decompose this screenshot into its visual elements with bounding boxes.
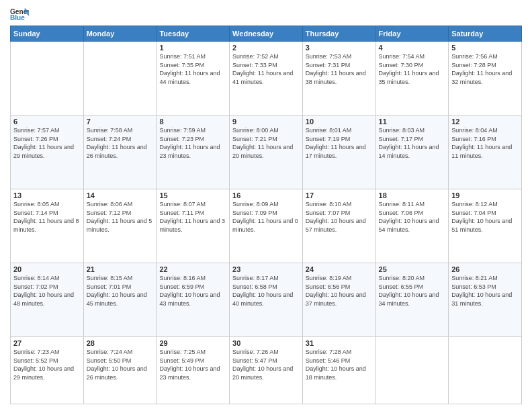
calendar-cell: 8Sunrise: 7:59 AMSunset: 7:23 PMDaylight…	[157, 116, 230, 189]
calendar-cell: 30Sunrise: 7:26 AMSunset: 5:47 PMDayligh…	[230, 337, 303, 404]
calendar-cell: 10Sunrise: 8:01 AMSunset: 7:19 PMDayligh…	[302, 116, 375, 189]
col-header-thursday: Thursday	[302, 26, 375, 42]
day-info: Sunrise: 8:07 AMSunset: 7:11 PMDaylight:…	[159, 200, 226, 234]
calendar-row: 6Sunrise: 7:57 AMSunset: 7:26 PMDaylight…	[11, 116, 522, 189]
day-number: 20	[13, 265, 81, 273]
day-number: 19	[451, 191, 519, 199]
day-number: 6	[13, 118, 81, 126]
calendar-row: 13Sunrise: 8:05 AMSunset: 7:14 PMDayligh…	[11, 189, 522, 263]
calendar-cell: 4Sunrise: 7:54 AMSunset: 7:30 PMDaylight…	[375, 42, 449, 116]
calendar-cell: 1Sunrise: 7:51 AMSunset: 7:35 PMDaylight…	[157, 42, 230, 116]
day-info: Sunrise: 7:59 AMSunset: 7:23 PMDaylight:…	[159, 126, 226, 160]
calendar-cell: 24Sunrise: 8:19 AMSunset: 6:56 PMDayligh…	[302, 263, 375, 337]
calendar-cell: 7Sunrise: 7:58 AMSunset: 7:24 PMDaylight…	[83, 116, 157, 189]
col-header-friday: Friday	[375, 26, 449, 42]
calendar-cell: 20Sunrise: 8:14 AMSunset: 7:02 PMDayligh…	[11, 263, 84, 337]
day-info: Sunrise: 8:12 AMSunset: 7:04 PMDaylight:…	[451, 200, 519, 234]
calendar-cell: 18Sunrise: 8:11 AMSunset: 7:06 PMDayligh…	[375, 189, 449, 263]
calendar-cell: 6Sunrise: 7:57 AMSunset: 7:26 PMDaylight…	[11, 116, 84, 189]
col-header-tuesday: Tuesday	[157, 26, 230, 42]
day-info: Sunrise: 8:06 AMSunset: 7:12 PMDaylight:…	[87, 200, 154, 234]
calendar-cell: 9Sunrise: 8:00 AMSunset: 7:21 PMDaylight…	[230, 116, 303, 189]
day-info: Sunrise: 7:25 AMSunset: 5:49 PMDaylight:…	[159, 348, 226, 381]
calendar-row: 20Sunrise: 8:14 AMSunset: 7:02 PMDayligh…	[11, 263, 522, 337]
day-number: 15	[159, 191, 226, 199]
day-number: 29	[159, 339, 226, 347]
day-info: Sunrise: 8:10 AMSunset: 7:07 PMDaylight:…	[306, 200, 373, 234]
day-info: Sunrise: 7:52 AMSunset: 7:33 PMDaylight:…	[232, 52, 300, 86]
calendar-cell: 26Sunrise: 8:21 AMSunset: 6:53 PMDayligh…	[449, 263, 522, 337]
day-info: Sunrise: 7:54 AMSunset: 7:30 PMDaylight:…	[379, 52, 446, 86]
logo-icon: General Blue	[10, 7, 29, 21]
calendar-cell: 2Sunrise: 7:52 AMSunset: 7:33 PMDaylight…	[230, 42, 303, 116]
calendar-cell	[375, 337, 449, 404]
calendar-cell: 22Sunrise: 8:16 AMSunset: 6:59 PMDayligh…	[157, 263, 230, 337]
col-header-wednesday: Wednesday	[230, 26, 303, 42]
header: General Blue	[10, 7, 522, 21]
calendar-row: 27Sunrise: 7:23 AMSunset: 5:52 PMDayligh…	[11, 337, 522, 404]
day-number: 23	[232, 265, 300, 273]
calendar-cell: 5Sunrise: 7:56 AMSunset: 7:28 PMDaylight…	[449, 42, 522, 116]
day-info: Sunrise: 8:19 AMSunset: 6:56 PMDaylight:…	[306, 274, 373, 308]
day-number: 11	[379, 118, 446, 126]
day-number: 7	[87, 118, 154, 126]
calendar-cell: 15Sunrise: 8:07 AMSunset: 7:11 PMDayligh…	[157, 189, 230, 263]
day-info: Sunrise: 7:58 AMSunset: 7:24 PMDaylight:…	[87, 126, 154, 160]
col-header-saturday: Saturday	[449, 26, 522, 42]
calendar-cell	[11, 42, 84, 116]
calendar-cell: 21Sunrise: 8:15 AMSunset: 7:01 PMDayligh…	[83, 263, 157, 337]
day-info: Sunrise: 8:03 AMSunset: 7:17 PMDaylight:…	[379, 126, 446, 160]
day-info: Sunrise: 7:24 AMSunset: 5:50 PMDaylight:…	[87, 348, 154, 381]
day-number: 9	[232, 118, 300, 126]
day-number: 1	[159, 44, 226, 52]
day-number: 22	[159, 265, 226, 273]
day-number: 10	[306, 118, 373, 126]
day-number: 24	[306, 265, 373, 273]
calendar-cell: 17Sunrise: 8:10 AMSunset: 7:07 PMDayligh…	[302, 189, 375, 263]
day-number: 27	[13, 339, 81, 347]
calendar-cell	[449, 337, 522, 404]
col-header-monday: Monday	[83, 26, 157, 42]
calendar-cell: 31Sunrise: 7:28 AMSunset: 5:46 PMDayligh…	[302, 337, 375, 404]
calendar-cell: 29Sunrise: 7:25 AMSunset: 5:49 PMDayligh…	[157, 337, 230, 404]
day-info: Sunrise: 8:21 AMSunset: 6:53 PMDaylight:…	[451, 274, 519, 308]
svg-text:Blue: Blue	[10, 14, 25, 21]
day-number: 14	[87, 191, 154, 199]
day-info: Sunrise: 8:20 AMSunset: 6:55 PMDaylight:…	[379, 274, 446, 308]
day-number: 2	[232, 44, 300, 52]
day-info: Sunrise: 8:00 AMSunset: 7:21 PMDaylight:…	[232, 126, 300, 160]
day-number: 3	[306, 44, 373, 52]
day-number: 8	[159, 118, 226, 126]
day-info: Sunrise: 7:26 AMSunset: 5:47 PMDaylight:…	[232, 348, 300, 381]
calendar-cell: 12Sunrise: 8:04 AMSunset: 7:16 PMDayligh…	[449, 116, 522, 189]
calendar-cell: 13Sunrise: 8:05 AMSunset: 7:14 PMDayligh…	[11, 189, 84, 263]
day-number: 17	[306, 191, 373, 199]
day-info: Sunrise: 8:17 AMSunset: 6:58 PMDaylight:…	[232, 274, 300, 308]
day-number: 5	[451, 44, 519, 52]
day-info: Sunrise: 8:01 AMSunset: 7:19 PMDaylight:…	[306, 126, 373, 160]
day-number: 31	[306, 339, 373, 347]
day-info: Sunrise: 7:57 AMSunset: 7:26 PMDaylight:…	[13, 126, 81, 160]
day-number: 12	[451, 118, 519, 126]
day-number: 26	[451, 265, 519, 273]
page: General Blue SundayMondayTuesdayWednesda…	[0, 0, 532, 411]
calendar-cell: 16Sunrise: 8:09 AMSunset: 7:09 PMDayligh…	[230, 189, 303, 263]
day-info: Sunrise: 8:05 AMSunset: 7:14 PMDaylight:…	[13, 200, 81, 234]
calendar-cell: 14Sunrise: 8:06 AMSunset: 7:12 PMDayligh…	[83, 189, 157, 263]
calendar-cell: 11Sunrise: 8:03 AMSunset: 7:17 PMDayligh…	[375, 116, 449, 189]
calendar-cell: 25Sunrise: 8:20 AMSunset: 6:55 PMDayligh…	[375, 263, 449, 337]
calendar-row: 1Sunrise: 7:51 AMSunset: 7:35 PMDaylight…	[11, 42, 522, 116]
logo: General Blue	[10, 7, 32, 21]
day-number: 21	[87, 265, 154, 273]
day-number: 25	[379, 265, 446, 273]
day-info: Sunrise: 8:04 AMSunset: 7:16 PMDaylight:…	[451, 126, 519, 160]
day-number: 4	[379, 44, 446, 52]
day-info: Sunrise: 7:56 AMSunset: 7:28 PMDaylight:…	[451, 52, 519, 86]
calendar-cell: 27Sunrise: 7:23 AMSunset: 5:52 PMDayligh…	[11, 337, 84, 404]
calendar-header-row: SundayMondayTuesdayWednesdayThursdayFrid…	[11, 26, 522, 42]
day-info: Sunrise: 7:28 AMSunset: 5:46 PMDaylight:…	[306, 348, 373, 381]
day-info: Sunrise: 7:23 AMSunset: 5:52 PMDaylight:…	[13, 348, 81, 381]
day-number: 30	[232, 339, 300, 347]
calendar-cell: 19Sunrise: 8:12 AMSunset: 7:04 PMDayligh…	[449, 189, 522, 263]
calendar-cell: 23Sunrise: 8:17 AMSunset: 6:58 PMDayligh…	[230, 263, 303, 337]
